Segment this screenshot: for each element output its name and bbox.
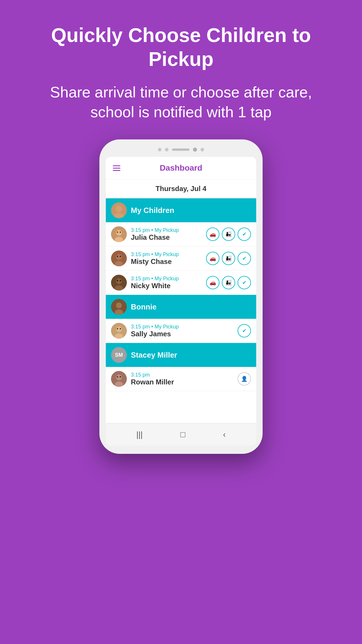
family-icon-misty[interactable]: 👨‍👧 xyxy=(222,252,235,265)
child-row-julia[interactable]: 3:15 pm • My Pickup Julia Chase 🚗 👨‍👧 ✔ xyxy=(106,222,256,246)
action-icons-nicky: 🚗 👨‍👧 ✔ xyxy=(206,276,251,289)
svg-point-12 xyxy=(120,256,121,257)
action-icons-rowan: 👤 xyxy=(238,372,251,386)
hero-title: Quickly Choose Children to Pickup xyxy=(0,23,362,71)
action-icons-julia: 🚗 👨‍👧 ✔ xyxy=(206,228,251,241)
child-time-sally: 3:15 pm • My Pickup xyxy=(131,324,233,330)
svg-point-14 xyxy=(116,278,122,284)
child-time-julia: 3:15 pm • My Pickup xyxy=(131,227,202,233)
child-name-sally: Sally James xyxy=(131,330,233,338)
check-icon-misty[interactable]: ✔ xyxy=(238,252,251,265)
empty-space xyxy=(106,391,256,420)
svg-point-1 xyxy=(116,206,122,212)
home-button[interactable]: □ xyxy=(180,430,185,439)
svg-point-7 xyxy=(120,232,121,233)
svg-point-25 xyxy=(120,328,121,330)
child-time-rowan: 3:15 pm xyxy=(131,372,233,378)
dot-left2 xyxy=(165,148,168,151)
phone-mockup: Dashboard Thursday, Jul 4 My Children xyxy=(99,139,263,454)
svg-point-24 xyxy=(117,328,118,330)
hero-subtitle: Share arrival time or choose after care,… xyxy=(0,83,362,122)
section-header-stacey[interactable]: SM Stacey Miller xyxy=(106,343,256,367)
phone-notch xyxy=(106,148,256,152)
section-label-bonnie: Bonnie xyxy=(131,302,157,312)
camera xyxy=(193,148,197,152)
svg-point-30 xyxy=(120,376,121,378)
avatar-initials-stacey: SM xyxy=(115,352,123,358)
section-label-stacey: Stacey Miller xyxy=(131,351,177,360)
person-icon-rowan[interactable]: 👤 xyxy=(238,372,251,386)
avatar-nicky xyxy=(111,275,127,290)
child-info-sally: 3:15 pm • My Pickup Sally James xyxy=(131,324,233,338)
section-avatar-my-children xyxy=(111,202,127,218)
child-row-rowan[interactable]: 3:15 pm Rowan Miller 👤 xyxy=(106,367,256,391)
section-label-my-children: My Children xyxy=(131,206,174,215)
child-time-misty: 3:15 pm • My Pickup xyxy=(131,251,202,258)
child-row-misty[interactable]: 3:15 pm • My Pickup Misty Chase 🚗 👨‍👧 ✔ xyxy=(106,246,256,271)
check-icon-sally[interactable]: ✔ xyxy=(238,324,251,337)
svg-point-19 xyxy=(116,302,122,308)
avatar-rowan xyxy=(111,371,127,387)
child-time-nicky: 3:15 pm • My Pickup xyxy=(131,276,202,282)
svg-point-29 xyxy=(117,376,118,378)
family-icon-julia[interactable]: 👨‍👧 xyxy=(222,228,235,241)
dashboard-title: Dashboard xyxy=(160,163,202,173)
section-avatar-bonnie xyxy=(111,299,127,315)
menu-line-3 xyxy=(113,170,120,171)
menu-button[interactable] xyxy=(113,165,120,171)
car-icon-nicky[interactable]: 🚗 xyxy=(206,276,219,289)
section-avatar-stacey: SM xyxy=(111,347,127,363)
check-icon-nicky[interactable]: ✔ xyxy=(238,276,251,289)
section-header-my-children[interactable]: My Children xyxy=(106,198,256,222)
car-icon-misty[interactable]: 🚗 xyxy=(206,252,219,265)
svg-point-17 xyxy=(120,280,121,281)
dot-left xyxy=(158,148,161,151)
avatar-sally xyxy=(111,323,127,339)
child-name-misty: Misty Chase xyxy=(131,258,202,266)
dot-right xyxy=(201,148,204,151)
action-icons-misty: 🚗 👨‍👧 ✔ xyxy=(206,252,251,265)
speaker xyxy=(172,148,189,151)
child-info-misty: 3:15 pm • My Pickup Misty Chase xyxy=(131,251,202,266)
avatar-julia xyxy=(111,226,127,242)
section-header-bonnie[interactable]: Bonnie xyxy=(106,295,256,319)
car-icon-julia[interactable]: 🚗 xyxy=(206,228,219,241)
recent-apps-button[interactable]: ||| xyxy=(136,430,143,439)
svg-point-16 xyxy=(117,280,118,281)
svg-point-9 xyxy=(116,254,122,260)
svg-point-4 xyxy=(116,230,122,236)
check-icon-julia[interactable]: ✔ xyxy=(238,228,251,241)
svg-point-6 xyxy=(117,232,118,233)
svg-point-22 xyxy=(116,326,122,332)
family-icon-nicky[interactable]: 👨‍👧 xyxy=(222,276,235,289)
svg-point-11 xyxy=(117,256,118,257)
back-button[interactable]: ‹ xyxy=(223,430,226,439)
menu-line-2 xyxy=(113,168,120,169)
child-name-julia: Julia Chase xyxy=(131,233,202,242)
child-row-nicky[interactable]: 3:15 pm • My Pickup Nicky White 🚗 👨‍👧 ✔ xyxy=(106,271,256,295)
avatar-misty xyxy=(111,251,127,266)
phone-screen: Dashboard Thursday, Jul 4 My Children xyxy=(106,157,256,446)
child-name-rowan: Rowan Miller xyxy=(131,378,233,386)
svg-point-27 xyxy=(116,374,122,380)
child-info-nicky: 3:15 pm • My Pickup Nicky White xyxy=(131,276,202,290)
date-display: Thursday, Jul 4 xyxy=(106,179,256,198)
app-header: Dashboard xyxy=(106,157,256,179)
menu-line-1 xyxy=(113,165,120,166)
child-name-nicky: Nicky White xyxy=(131,282,202,290)
action-icons-sally: ✔ xyxy=(238,324,251,337)
bottom-nav-bar: ||| □ ‹ xyxy=(106,423,256,446)
child-row-sally[interactable]: 3:15 pm • My Pickup Sally James ✔ xyxy=(106,319,256,343)
child-info-julia: 3:15 pm • My Pickup Julia Chase xyxy=(131,227,202,242)
child-info-rowan: 3:15 pm Rowan Miller xyxy=(131,372,233,386)
